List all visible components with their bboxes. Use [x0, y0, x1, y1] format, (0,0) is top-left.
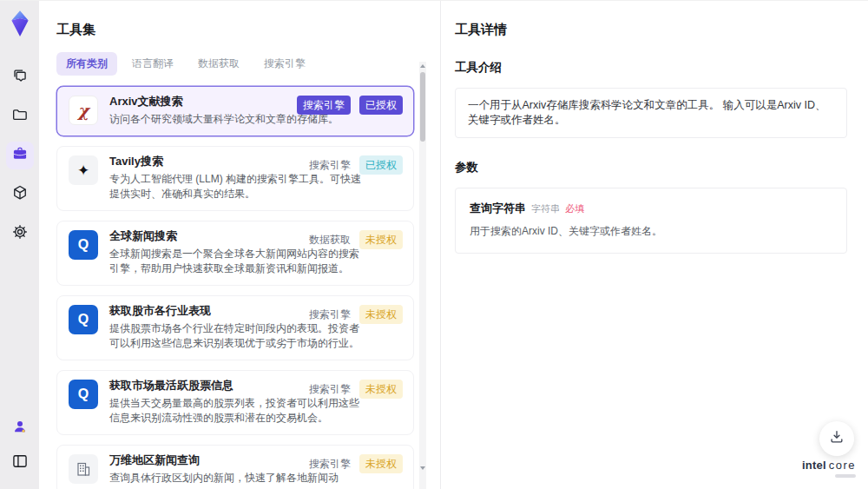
tool-detail-panel: 工具详情 工具介绍 一个用于从Arxiv存储库搜索科学论文和文章的工具。 输入可… — [440, 1, 868, 489]
sidebar-item-account[interactable] — [6, 414, 34, 442]
intel-core-logo: intelcore — [802, 458, 856, 478]
folder-icon — [11, 106, 29, 127]
panel-toggle-icon — [11, 453, 29, 473]
sidebar-item-panel-toggle[interactable] — [6, 449, 34, 477]
tool-list: χ Arxiv文献搜索 访问各个研究领域大量科学论文和文章的存储库。 搜索引擎 … — [56, 86, 414, 489]
user-icon — [11, 418, 29, 439]
page-title: 工具集 — [56, 22, 414, 38]
tool-tags: 搜索引擎 已授权 — [309, 155, 403, 175]
auth-status-badge: 已授权 — [359, 96, 403, 115]
tool-tags: 搜索引擎 未授权 — [309, 454, 403, 473]
app-logo-icon — [8, 10, 32, 37]
tool-description: 提供当天交易量最高的股票列表，投资者可以利用这些信息来识别流动性强的股票和潜在的… — [109, 396, 402, 426]
category-label: 搜索引擎 — [309, 307, 351, 322]
auth-status-badge: 未授权 — [359, 230, 403, 249]
tool-card-global-news[interactable]: Q 全球新闻搜索 全球新闻搜索是一个聚合全球各大新闻网站内容的搜索引擎，帮助用户… — [56, 221, 414, 286]
tool-tags: 数据获取 未授权 — [309, 230, 403, 249]
sidebar-item-tools[interactable] — [6, 142, 34, 169]
category-badge: 搜索引擎 — [297, 96, 351, 115]
sidebar — [0, 1, 39, 489]
auth-status-badge: 未授权 — [359, 380, 403, 399]
chat-icon — [11, 67, 29, 88]
category-label: 数据获取 — [309, 233, 351, 248]
brand-sub-mark — [835, 474, 856, 478]
briefcase-icon — [11, 145, 29, 166]
gear-icon — [11, 223, 29, 244]
category-tabs: 所有类别 语言翻译 数据获取 搜索引擎 — [56, 52, 414, 76]
tab-translation[interactable]: 语言翻译 — [122, 52, 183, 76]
auth-status-badge: 未授权 — [359, 305, 403, 324]
category-label: 搜索引擎 — [309, 457, 351, 472]
tool-description: 全球新闻搜索是一个聚合全球各大新闻网站内容的搜索引擎，帮助用户快速获取全球最新资… — [109, 247, 402, 276]
scroll-up-arrow-icon[interactable] — [420, 64, 425, 68]
tool-tags: 搜索引擎 未授权 — [309, 380, 403, 399]
download-button[interactable] — [819, 421, 854, 456]
tool-card-sector-performance[interactable]: Q 获取股市各行业表现 提供股票市场各个行业在特定时间段内的表现。投资者可以利用… — [56, 295, 414, 360]
tab-search-engine[interactable]: 搜索引擎 — [254, 52, 315, 76]
param-description: 用于搜索的Arxiv ID、关键字或作者姓名。 — [470, 224, 832, 239]
intro-text: 一个用于从Arxiv存储库搜索科学论文和文章的工具。 输入可以是Arxiv ID… — [455, 88, 847, 138]
arxiv-logo-icon: χ — [69, 96, 98, 125]
param-head: 查询字符串 字符串 必填 — [470, 201, 832, 216]
tool-description: 专为人工智能代理 (LLM) 构建的搜索引擎工具。可快速提供实时、准确和真实的结… — [109, 172, 402, 202]
tools-list-panel: 工具集 所有类别 语言翻译 数据获取 搜索引擎 χ Arxiv文献搜索 访问各个… — [39, 1, 440, 489]
param-required-badge: 必填 — [565, 202, 584, 215]
tool-tags: 搜索引擎 已授权 — [297, 96, 403, 115]
param-name: 查询字符串 — [470, 201, 526, 216]
category-label: 搜索引擎 — [309, 382, 351, 397]
tool-card-tavily[interactable]: ✦ Tavily搜索 专为人工智能代理 (LLM) 构建的搜索引擎工具。可快速提… — [56, 146, 414, 211]
detail-title: 工具详情 — [455, 22, 847, 38]
scroll-down-arrow-icon[interactable] — [420, 466, 425, 470]
auth-status-badge: 未授权 — [359, 454, 403, 473]
tool-tags: 搜索引擎 未授权 — [309, 305, 403, 324]
tavily-logo-icon: ✦ — [69, 155, 98, 185]
news-q-logo-icon: Q — [69, 305, 98, 334]
tool-card-arxiv[interactable]: χ Arxiv文献搜索 访问各个研究领域大量科学论文和文章的存储库。 搜索引擎 … — [56, 86, 414, 136]
list-scrollbar[interactable] — [419, 62, 426, 489]
intro-heading: 工具介绍 — [455, 60, 847, 76]
sidebar-item-chat[interactable] — [6, 63, 34, 91]
news-q-logo-icon: Q — [69, 380, 98, 409]
app-window: 工具集 所有类别 语言翻译 数据获取 搜索引擎 χ Arxiv文献搜索 访问各个… — [0, 0, 868, 489]
cube-icon — [11, 184, 29, 205]
tab-all-categories[interactable]: 所有类别 — [56, 52, 117, 76]
news-q-logo-icon: Q — [69, 230, 98, 260]
params-heading: 参数 — [455, 160, 847, 175]
sidebar-item-plugins[interactable] — [6, 181, 34, 208]
core-brand-text: core — [829, 459, 856, 472]
tool-card-most-active-stocks[interactable]: Q 获取市场最活跃股票信息 提供当天交易量最高的股票列表，投资者可以利用这些信息… — [56, 370, 414, 435]
sidebar-item-files[interactable] — [6, 102, 34, 130]
auth-status-badge: 已授权 — [359, 155, 403, 175]
tab-data-fetch[interactable]: 数据获取 — [188, 52, 249, 76]
category-label: 搜索引擎 — [309, 158, 351, 173]
param-type: 字符串 — [531, 202, 560, 215]
scrollbar-thumb[interactable] — [420, 72, 425, 142]
intel-brand-text: intel — [802, 459, 826, 472]
param-item: 查询字符串 字符串 必填 用于搜索的Arxiv ID、关键字或作者姓名。 — [455, 188, 847, 254]
sidebar-item-settings[interactable] — [6, 220, 34, 248]
building-logo-icon — [69, 454, 98, 484]
download-icon — [828, 428, 845, 449]
tool-description: 提供股票市场各个行业在特定时间段内的表现。投资者可以利用这些信息来识别表现优于或… — [109, 321, 402, 351]
tool-card-regional-news[interactable]: 万维地区新闻查询 查询具体行政区划内的新闻，快速了解各地新闻动 搜索引擎 未授权 — [56, 445, 414, 489]
